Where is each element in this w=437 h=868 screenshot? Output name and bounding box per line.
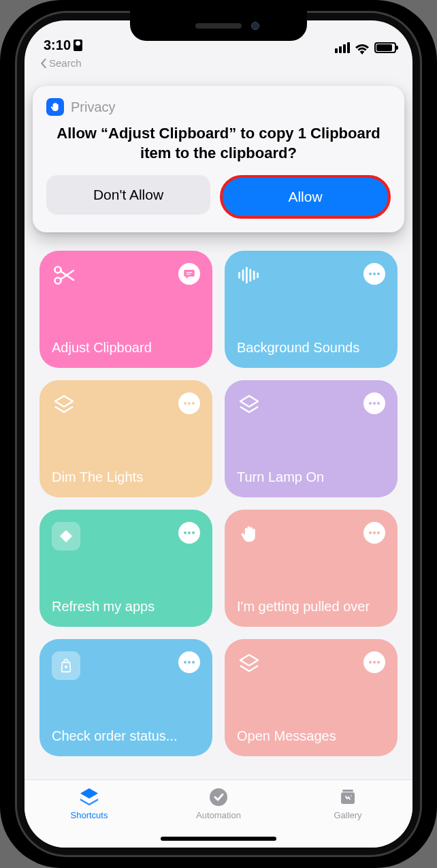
shortcuts-grid: Adjust Clipboard Background Sounds bbox=[39, 251, 398, 756]
tile-label: Open Messages bbox=[237, 728, 385, 744]
ellipsis-icon[interactable] bbox=[178, 392, 200, 414]
tab-automation[interactable]: Automation bbox=[154, 787, 283, 820]
tile-label: Adjust Clipboard bbox=[52, 339, 200, 356]
back-link-label: Search bbox=[49, 57, 82, 69]
shortcut-tile-check-order[interactable]: Check order status... bbox=[39, 639, 212, 756]
shortcut-tile-open-messages[interactable]: Open Messages bbox=[225, 639, 398, 756]
privacy-hand-icon bbox=[46, 98, 64, 116]
svg-point-1 bbox=[55, 267, 61, 273]
tile-label: Check order status... bbox=[52, 728, 200, 744]
tab-shortcuts[interactable]: Shortcuts bbox=[25, 787, 154, 820]
tab-label: Shortcuts bbox=[71, 810, 108, 820]
tab-label: Automation bbox=[196, 810, 241, 820]
notch bbox=[130, 11, 307, 41]
shortcut-tile-background-sounds[interactable]: Background Sounds bbox=[225, 251, 398, 368]
ellipsis-icon[interactable] bbox=[178, 522, 200, 544]
shortcuts-icon bbox=[78, 787, 101, 807]
privacy-label: Privacy bbox=[71, 99, 116, 115]
shortcut-tile-adjust-clipboard[interactable]: Adjust Clipboard bbox=[39, 251, 212, 368]
ellipsis-icon[interactable] bbox=[363, 522, 385, 544]
hand-icon bbox=[237, 522, 261, 546]
waveform-icon bbox=[237, 263, 261, 288]
screen: 3:10 Search Pr bbox=[25, 20, 412, 848]
back-link[interactable]: Search bbox=[25, 56, 412, 69]
shortcut-tile-turn-lamp-on[interactable]: Turn Lamp On bbox=[225, 380, 398, 497]
tile-label: Refresh my apps bbox=[52, 598, 200, 615]
shortcut-tile-pulled-over[interactable]: I'm getting pulled over bbox=[225, 510, 398, 627]
app-diamond-icon bbox=[52, 522, 80, 551]
svg-point-13 bbox=[210, 788, 227, 806]
status-time: 3:10 bbox=[44, 37, 71, 53]
shortcut-tile-refresh-apps[interactable]: Refresh my apps bbox=[39, 510, 212, 627]
dont-allow-button[interactable]: Don't Allow bbox=[46, 175, 210, 215]
ellipsis-icon[interactable] bbox=[363, 263, 385, 285]
tile-label: I'm getting pulled over bbox=[237, 598, 385, 615]
layers-icon bbox=[237, 651, 261, 676]
ellipsis-icon[interactable] bbox=[178, 651, 200, 673]
battery-icon bbox=[374, 42, 396, 53]
tile-label: Turn Lamp On bbox=[237, 469, 385, 485]
tile-label: Dim The Lights bbox=[52, 469, 200, 485]
privacy-prompt: Privacy Allow “Adjust Clipboard” to copy… bbox=[33, 86, 404, 232]
front-camera bbox=[251, 22, 259, 30]
allow-button[interactable]: Allow bbox=[223, 178, 388, 216]
allow-button-highlight: Allow bbox=[220, 175, 391, 219]
svg-point-12 bbox=[65, 666, 67, 668]
ellipsis-icon[interactable] bbox=[363, 651, 385, 673]
device-frame: 3:10 Search Pr bbox=[0, 0, 437, 868]
shortcut-tile-dim-lights[interactable]: Dim The Lights bbox=[39, 380, 212, 497]
speaker-slot bbox=[195, 23, 242, 29]
automation-icon bbox=[207, 787, 230, 807]
svg-point-0 bbox=[55, 278, 61, 284]
ellipsis-icon[interactable] bbox=[363, 392, 385, 414]
cellular-signal-icon bbox=[335, 42, 350, 53]
message-icon[interactable] bbox=[178, 263, 200, 285]
tab-label: Gallery bbox=[334, 810, 361, 820]
home-indicator[interactable] bbox=[161, 837, 276, 841]
layers-icon bbox=[52, 392, 76, 417]
prompt-title: Allow “Adjust Clipboard” to copy 1 Clipb… bbox=[46, 124, 391, 163]
svg-rect-15 bbox=[342, 790, 353, 792]
layers-icon bbox=[237, 392, 261, 417]
tile-label: Background Sounds bbox=[237, 339, 385, 356]
shopping-bag-icon bbox=[52, 651, 80, 680]
scissors-icon bbox=[52, 263, 76, 288]
tab-gallery[interactable]: Gallery bbox=[283, 787, 412, 820]
wifi-icon bbox=[355, 42, 369, 53]
id-card-icon bbox=[74, 40, 82, 51]
gallery-icon bbox=[336, 787, 359, 807]
